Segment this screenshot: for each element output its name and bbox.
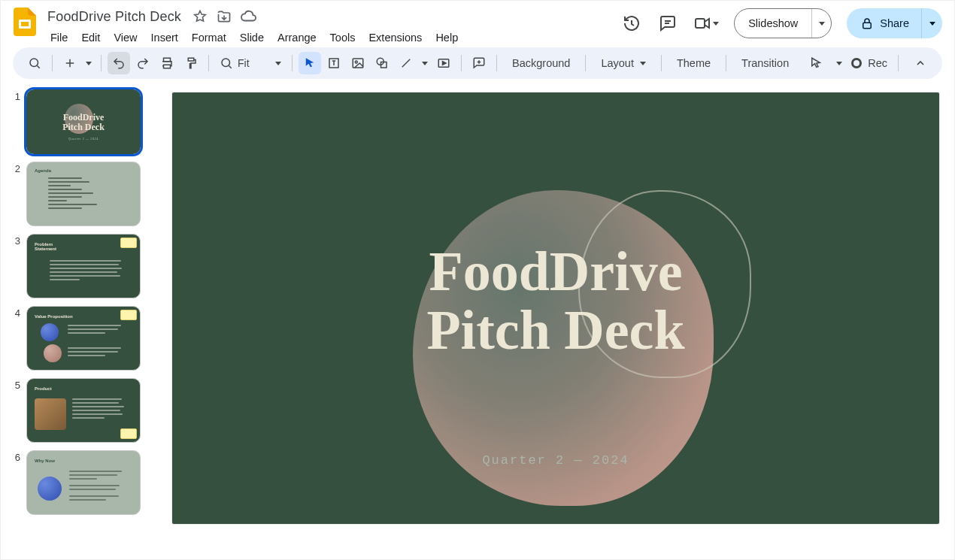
thumbnail-slide-3[interactable]: Problem Statement: [26, 234, 141, 298]
svg-line-21: [402, 59, 411, 68]
slides-logo[interactable]: [10, 7, 40, 37]
slideshow-dropdown[interactable]: [811, 9, 831, 38]
menu-help[interactable]: Help: [429, 29, 464, 47]
layout-button[interactable]: Layout: [592, 52, 655, 74]
menu-bar: File Edit View Insert Format Slide Arran…: [44, 28, 464, 47]
star-icon[interactable]: [192, 8, 208, 25]
menu-tools[interactable]: Tools: [324, 29, 362, 47]
menu-view[interactable]: View: [108, 29, 143, 47]
title-bar: FoodDrive Pitch Deck File Edit View Inse…: [1, 1, 954, 47]
video-tool[interactable]: [432, 52, 455, 74]
svg-line-7: [37, 65, 39, 68]
thumb-number: 4: [11, 306, 20, 319]
textbox-tool[interactable]: [323, 52, 345, 74]
svg-rect-4: [696, 19, 705, 28]
record-button[interactable]: Rec: [851, 57, 887, 69]
zoom-icon: [220, 56, 233, 70]
menu-arrange[interactable]: Arrange: [271, 29, 323, 47]
svg-rect-5: [863, 23, 872, 29]
svg-line-13: [229, 65, 231, 68]
toolbar: Fit Background Layout Theme Transition: [13, 47, 942, 79]
filmstrip[interactable]: 1 FoodDrivePitch Deck Quarter 2 — 2024 2…: [1, 85, 163, 559]
menu-slide[interactable]: Slide: [234, 29, 270, 47]
slideshow-label: Slideshow: [735, 17, 811, 29]
undo-button[interactable]: [108, 52, 130, 74]
cloud-status-icon[interactable]: [240, 8, 256, 25]
svg-rect-17: [353, 59, 363, 68]
slide-canvas-area[interactable]: FoodDrivePitch Deck Quarter 2 — 2024: [163, 85, 954, 559]
history-icon[interactable]: [621, 13, 642, 34]
new-slide-button[interactable]: [59, 52, 81, 74]
menu-insert[interactable]: Insert: [145, 29, 184, 47]
svg-rect-1: [21, 22, 29, 26]
slide-title[interactable]: FoodDrivePitch Deck: [172, 243, 939, 359]
menu-edit[interactable]: Edit: [75, 29, 106, 47]
menu-format[interactable]: Format: [186, 29, 232, 47]
shape-tool[interactable]: [371, 52, 393, 74]
thumb-number: 6: [11, 450, 20, 463]
print-button[interactable]: [156, 52, 178, 74]
chevron-down-icon: [275, 62, 281, 65]
redo-button[interactable]: [132, 52, 154, 74]
zoom-control[interactable]: Fit: [215, 56, 286, 70]
add-comment-button[interactable]: [468, 52, 490, 74]
move-icon[interactable]: [216, 8, 232, 25]
thumb-number: 5: [11, 378, 20, 391]
menu-file[interactable]: File: [44, 29, 74, 47]
svg-point-6: [30, 59, 38, 67]
theme-button[interactable]: Theme: [668, 52, 720, 74]
zoom-value: Fit: [238, 57, 271, 69]
comments-icon[interactable]: [657, 13, 678, 34]
thumb-number: 1: [11, 89, 20, 102]
share-button[interactable]: Share: [847, 8, 942, 38]
meet-button[interactable]: [693, 14, 719, 32]
line-tool-dropdown[interactable]: [419, 52, 431, 74]
record-icon: [851, 58, 862, 68]
document-title[interactable]: FoodDrive Pitch Deck: [44, 9, 184, 25]
pointer-tool[interactable]: [805, 52, 827, 74]
slideshow-button[interactable]: Slideshow: [734, 8, 832, 38]
new-slide-dropdown[interactable]: [83, 52, 95, 74]
chevron-down-icon: [713, 22, 719, 26]
thumb-number: 2: [11, 162, 20, 174]
pointer-dropdown[interactable]: [833, 52, 845, 74]
chevron-down-icon: [819, 22, 825, 26]
menu-extensions[interactable]: Extensions: [362, 29, 428, 47]
collapse-toolbar-button[interactable]: [909, 52, 932, 74]
image-tool[interactable]: [347, 52, 369, 74]
select-tool[interactable]: [299, 52, 321, 74]
thumb-number: 3: [11, 234, 20, 247]
thumbnail-slide-1[interactable]: FoodDrivePitch Deck Quarter 2 — 2024: [26, 89, 141, 154]
background-button[interactable]: Background: [503, 52, 579, 74]
thumbnail-slide-4[interactable]: Value Proposition: [26, 306, 141, 371]
share-label: Share: [880, 17, 909, 29]
thumbnail-slide-5[interactable]: Product: [26, 378, 141, 443]
share-dropdown[interactable]: [921, 8, 942, 38]
chevron-down-icon: [929, 22, 935, 26]
thumbnail-slide-6[interactable]: Why Now: [26, 450, 141, 515]
svg-point-12: [222, 59, 230, 67]
paint-format-button[interactable]: [180, 52, 202, 74]
transition-button[interactable]: Transition: [732, 52, 798, 74]
svg-rect-11: [164, 65, 171, 68]
search-menus-button[interactable]: [23, 52, 46, 74]
slide-subtitle[interactable]: Quarter 2 — 2024: [172, 453, 939, 468]
current-slide[interactable]: FoodDrivePitch Deck Quarter 2 — 2024: [172, 92, 939, 524]
line-tool[interactable]: [395, 52, 417, 74]
lock-icon: [860, 17, 874, 30]
thumbnail-slide-2[interactable]: Agenda: [26, 162, 141, 226]
chevron-down-icon: [640, 62, 646, 65]
record-label: Rec: [868, 57, 887, 69]
svg-point-18: [355, 61, 357, 63]
